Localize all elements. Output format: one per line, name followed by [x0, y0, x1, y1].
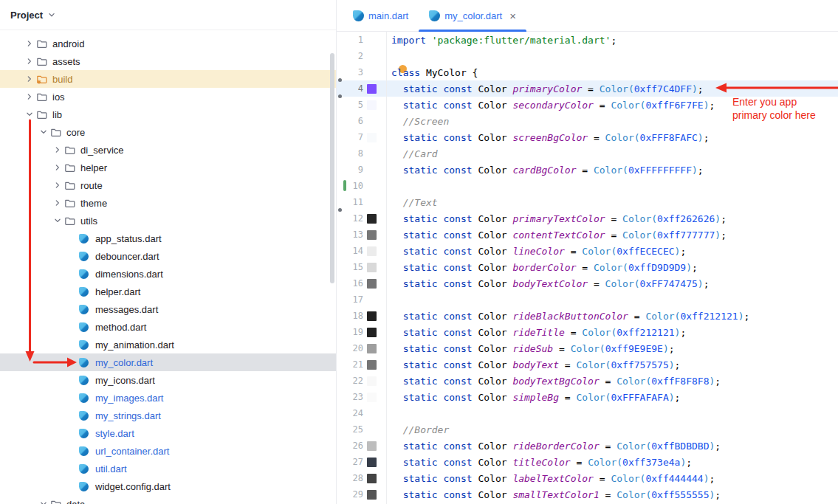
chevron-right-icon[interactable] [22, 38, 36, 49]
project-panel-header[interactable]: Project [0, 0, 336, 30]
color-preview-swatch[interactable] [367, 263, 377, 272]
color-preview-swatch[interactable] [367, 490, 377, 500]
line-number: 16 [337, 278, 363, 289]
tab-my_color-dart[interactable]: my_color.dart× [419, 0, 526, 31]
code-line-19[interactable]: 19 static const Color rideTitle = Color(… [337, 324, 838, 340]
tree-file-util-dart[interactable]: util.dart [0, 460, 336, 477]
code-text: static const Color smallTextColor1 = Col… [377, 489, 721, 500]
chevron-down-icon[interactable] [36, 499, 50, 504]
color-preview-swatch[interactable] [367, 100, 377, 110]
chevron-right-icon[interactable] [22, 92, 36, 102]
color-preview-swatch[interactable] [367, 311, 377, 321]
tree-file-app_status-dart[interactable]: app_status.dart [0, 229, 336, 247]
code-line-17[interactable]: 17 [337, 291, 838, 308]
chevron-down-icon[interactable] [50, 215, 64, 226]
code-line-4[interactable]: 4 static const Color primaryColor = Colo… [337, 80, 838, 97]
color-preview-swatch[interactable] [367, 458, 377, 467]
tree-item-label: android [52, 38, 84, 49]
tree-item-label: route [80, 180, 103, 191]
tree-folder-ios[interactable]: ios [0, 88, 336, 106]
tree-folder-data[interactable]: data [0, 495, 336, 504]
code-line-10[interactable]: 10 [337, 178, 838, 194]
code-line-20[interactable]: 20 static const Color rideSub = Color(0x… [337, 340, 838, 356]
code-line-14[interactable]: 14 static const Color lineColor = Color(… [337, 243, 838, 259]
color-preview-swatch[interactable] [367, 84, 377, 94]
chevron-right-icon[interactable] [50, 145, 64, 155]
tree-folder-utils[interactable]: utils [0, 212, 336, 229]
code-line-7[interactable]: 7 static const Color screenBgColor = Col… [337, 129, 838, 145]
code-line-26[interactable]: 26 static const Color rideBorderColor = … [337, 438, 838, 454]
code-line-6[interactable]: 6 //Screen [337, 113, 838, 129]
chevron-right-icon[interactable] [50, 198, 64, 208]
tree-file-debouncer-dart[interactable]: debouncer.dart [0, 247, 336, 265]
dart-file-icon [79, 252, 89, 261]
project-tree-scrollbar[interactable] [330, 53, 334, 283]
chevron-right-icon[interactable] [50, 162, 64, 173]
tree-folder-route[interactable]: route [0, 176, 336, 194]
code-line-25[interactable]: 25 //Border [337, 421, 838, 438]
code-line-28[interactable]: 28 static const Color labelTextColor = C… [337, 470, 838, 486]
tree-file-style-dart[interactable]: style.dart [0, 424, 336, 442]
chevron-down-icon[interactable] [22, 109, 36, 120]
tab-main-dart[interactable]: main.dart [343, 0, 419, 31]
tree-folder-assets[interactable]: assets [0, 52, 336, 70]
chevron-right-icon[interactable] [22, 56, 36, 66]
code-line-21[interactable]: 21 static const Color bodyText = Color(0… [337, 356, 838, 373]
code-line-23[interactable]: 23 static const Color simpleBg = Color(0… [337, 389, 838, 405]
tree-item-label: my_animation.dart [95, 339, 174, 351]
chevron-right-icon[interactable] [22, 74, 36, 84]
code-text: class MyColor { [377, 67, 478, 78]
code-line-9[interactable]: 9 static const Color cardBgColor = Color… [337, 162, 838, 178]
tree-file-widget-config-dart[interactable]: widget.config.dart [0, 477, 336, 495]
color-preview-swatch[interactable] [367, 328, 377, 337]
tree-folder-build[interactable]: build [0, 70, 336, 88]
color-preview-swatch[interactable] [367, 165, 377, 175]
tree-file-url_container-dart[interactable]: url_container.dart [0, 442, 336, 460]
code-line-12[interactable]: 12 static const Color primaryTextColor =… [337, 210, 838, 227]
color-preview-swatch[interactable] [367, 344, 377, 353]
tree-file-method-dart[interactable]: method.dart [0, 318, 336, 336]
close-icon[interactable]: × [509, 10, 516, 21]
code-line-27[interactable]: 27 static const Color titleColor = Color… [337, 454, 838, 470]
color-preview-swatch[interactable] [367, 376, 377, 386]
color-preview-swatch[interactable] [367, 279, 377, 289]
tree-folder-theme[interactable]: theme [0, 194, 336, 212]
code-line-2[interactable]: 2 [337, 48, 838, 64]
color-preview-swatch[interactable] [367, 393, 377, 402]
code-line-5[interactable]: 5 static const Color secondaryColor = Co… [337, 97, 838, 113]
tree-folder-di_service[interactable]: di_service [0, 141, 336, 159]
code-line-8[interactable]: 8 //Card [337, 145, 838, 162]
tree-file-my_images-dart[interactable]: my_images.dart [0, 389, 336, 407]
code-line-11[interactable]: 11 //Text [337, 194, 838, 210]
tree-folder-helper[interactable]: helper [0, 159, 336, 176]
color-preview-swatch[interactable] [367, 360, 377, 370]
tree-folder-android[interactable]: android [0, 35, 336, 52]
tree-file-my_strings-dart[interactable]: my_strings.dart [0, 407, 336, 424]
tree-folder-lib[interactable]: lib [0, 106, 336, 123]
tree-folder-core[interactable]: core [0, 123, 336, 141]
code-line-1[interactable]: 1import 'package:flutter/material.dart'; [337, 32, 838, 48]
tree-file-messages-dart[interactable]: messages.dart [0, 300, 336, 318]
code-line-16[interactable]: 16 static const Color bodyTextColor = Co… [337, 275, 838, 291]
tree-file-my_animation-dart[interactable]: my_animation.dart [0, 336, 336, 353]
color-preview-swatch[interactable] [367, 441, 377, 451]
tree-file-my_color-dart[interactable]: my_color.dart [0, 353, 336, 371]
code-line-24[interactable]: 24 [337, 405, 838, 421]
color-preview-swatch[interactable] [367, 230, 377, 240]
code-line-18[interactable]: 18 static const Color rideBlackButtonCol… [337, 308, 838, 324]
chevron-right-icon[interactable] [50, 180, 64, 190]
code-line-13[interactable]: 13 static const Color contentTextColor =… [337, 227, 838, 243]
tree-file-dimensions-dart[interactable]: dimensions.dart [0, 265, 336, 283]
tree-file-helper-dart[interactable]: helper.dart [0, 283, 336, 300]
tree-file-my_icons-dart[interactable]: my_icons.dart [0, 371, 336, 389]
color-preview-swatch[interactable] [367, 474, 377, 483]
code-editor[interactable]: 1import 'package:flutter/material.dart';… [337, 32, 838, 504]
code-line-29[interactable]: 29 static const Color smallTextColor1 = … [337, 486, 838, 503]
color-preview-swatch[interactable] [367, 133, 377, 142]
chevron-down-icon[interactable] [36, 127, 50, 137]
code-line-22[interactable]: 22 static const Color bodyTextBgColor = … [337, 373, 838, 389]
color-preview-swatch[interactable] [367, 246, 377, 256]
code-line-3[interactable]: 3class MyColor { [337, 64, 838, 80]
code-line-15[interactable]: 15 static const Color borderColor = Colo… [337, 259, 838, 275]
color-preview-swatch[interactable] [367, 214, 377, 224]
